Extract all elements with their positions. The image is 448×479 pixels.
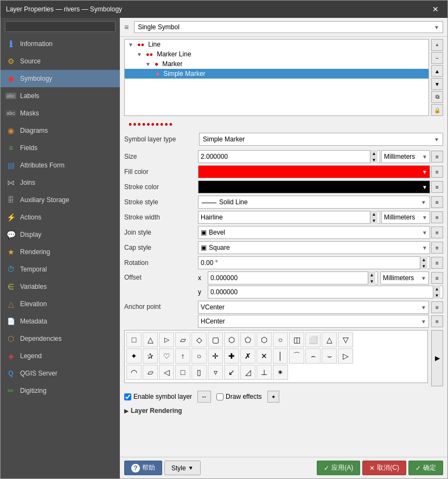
style-button[interactable]: Style ▼ [164, 461, 201, 475]
shape-circle[interactable]: ○ [273, 332, 288, 347]
shape-star4[interactable]: ✦ [126, 348, 142, 364]
stroke-width-down[interactable]: ▼ [370, 217, 377, 224]
shape-semicircle[interactable]: ◠ [126, 365, 142, 380]
stroke-width-spinbox[interactable]: Hairline ▲ ▼ [198, 211, 380, 224]
shape-plus1[interactable]: ✛ [208, 348, 223, 364]
join-style-select[interactable]: ▣ Bevel ▼ [198, 226, 430, 239]
fill-color-data-define-btn[interactable]: ≡ [431, 166, 443, 178]
shape-line[interactable]: │ [273, 348, 288, 364]
shape-arrow-right2[interactable]: ▷ [338, 348, 353, 364]
tree-lock-button[interactable]: 🔒 [431, 104, 443, 116]
shape-arc2[interactable]: ⌢ [305, 348, 321, 364]
sidebar-item-legend[interactable]: ◈ Legend [1, 347, 120, 365]
sidebar-item-information[interactable]: ℹ Information [1, 35, 120, 53]
sidebar-item-variables[interactable]: ∈ Variables [1, 278, 120, 295]
shape-triangle[interactable]: △ [143, 332, 158, 347]
offset-x-data-define-btn[interactable]: ≡ [431, 272, 443, 284]
shape-rect2[interactable]: ▯ [191, 365, 207, 380]
sidebar-item-joins[interactable]: ⋈ Joins [1, 174, 120, 191]
tree-item-marker-line[interactable]: ▼ ●● Marker Line [125, 49, 428, 59]
draw-effects-input[interactable] [216, 393, 223, 400]
shape-parallelogram[interactable]: ▱ [175, 332, 190, 347]
sidebar-item-masks[interactable]: abc Masks [1, 105, 120, 122]
enable-symbol-layer-checkbox[interactable]: Enable symbol layer [124, 393, 192, 400]
stroke-style-select[interactable]: —— Solid Line ▼ [198, 196, 430, 209]
cancel-button[interactable]: ✕ 取消(C) [362, 461, 406, 475]
draw-effects-settings-btn[interactable]: ✦ [267, 391, 279, 403]
rotation-down[interactable]: ▼ [420, 263, 427, 269]
sidebar-item-labels[interactable]: abc Labels [1, 87, 120, 105]
shape-tri-down2[interactable]: ▿ [208, 365, 223, 380]
stroke-width-data-define-btn[interactable]: ≡ [431, 211, 443, 223]
tree-down-button[interactable]: ▼ [431, 78, 443, 90]
shape-asterisk[interactable]: ✴ [273, 365, 288, 380]
sidebar-item-diagrams[interactable]: ◉ Diagrams [1, 122, 120, 139]
size-unit-select[interactable]: Millimeters ▼ [381, 150, 430, 163]
shapes-more-button[interactable]: ▶ [431, 330, 443, 386]
sidebar-item-auxiliary-storage[interactable]: 🗄 Auxiliary Storage [1, 191, 120, 209]
shape-square2[interactable]: ⬜ [305, 332, 321, 347]
shape-arc1[interactable]: ⌒ [289, 348, 304, 364]
tree-copy-button[interactable]: ⧉ [431, 91, 443, 103]
shape-rounded-square[interactable]: ▢ [208, 332, 223, 347]
close-button[interactable]: ✕ [429, 4, 442, 15]
shape-arrow-up[interactable]: ↑ [175, 348, 190, 364]
offset-unit-select[interactable]: Millimeters ▼ [380, 271, 429, 284]
symbol-layer-type-select[interactable]: Simple Marker ▼ [199, 133, 443, 146]
rotation-data-define-btn[interactable]: ≡ [431, 257, 443, 269]
shape-hexagon1[interactable]: ⬡ [224, 332, 239, 347]
size-up[interactable]: ▲ [370, 150, 377, 157]
tree-item-line[interactable]: ▼ ●● Line [125, 40, 428, 49]
sidebar-item-dependencies[interactable]: ⬡ Dependencies [1, 330, 120, 347]
fill-color-swatch[interactable]: ▼ [198, 165, 430, 178]
tree-item-marker[interactable]: ▼ ● Marker [125, 59, 428, 69]
convert-button[interactable]: ↔ [197, 391, 211, 403]
shape-heart[interactable]: ♡ [159, 348, 174, 364]
shape-triangle2[interactable]: △ [322, 332, 337, 347]
sidebar-item-temporal[interactable]: ⏱ Temporal [1, 261, 120, 278]
shape-arc3[interactable]: ⌣ [322, 348, 337, 364]
sidebar-item-qgis-server[interactable]: Q QGIS Server [1, 365, 120, 382]
size-spinbox[interactable]: 2.000000 ▲ ▼ [198, 150, 380, 163]
shape-triangle-down[interactable]: ▽ [338, 332, 353, 347]
single-symbol-select[interactable]: Single Symbol ▼ [134, 21, 443, 33]
sidebar-item-source[interactable]: ⚙ Source [1, 53, 120, 70]
layer-rendering-title[interactable]: ▶ Layer Rendering [124, 407, 443, 415]
shape-hexagon2[interactable]: ⬡ [257, 332, 272, 347]
sidebar-item-elevation[interactable]: △ Elevation [1, 295, 120, 313]
rotation-spinbox[interactable]: 0.00 ° ▲ ▼ [198, 256, 430, 269]
sidebar-item-rendering[interactable]: ★ Rendering [1, 243, 120, 261]
cap-style-select[interactable]: ▣ Square ▼ [198, 241, 430, 254]
offset-y-up[interactable]: ▲ [433, 286, 440, 292]
shape-square[interactable]: □ [126, 332, 142, 347]
shape-x2[interactable]: ✕ [257, 348, 272, 364]
shape-star5[interactable]: ✰ [143, 348, 158, 364]
stroke-color-data-define-btn[interactable]: ≡ [431, 181, 443, 193]
shape-arrow-right[interactable]: ▷ [159, 332, 174, 347]
sidebar-item-digitizing[interactable]: ✏ Digitizing [1, 382, 120, 399]
enable-checkbox[interactable] [124, 393, 131, 400]
shape-diamond[interactable]: ◇ [191, 332, 207, 347]
sidebar-item-actions[interactable]: ⚡ Actions [1, 209, 120, 226]
shape-leaf[interactable]: ▱ [143, 365, 158, 380]
offset-y-down[interactable]: ▼ [433, 292, 440, 299]
shape-x1[interactable]: ✗ [240, 348, 255, 364]
size-down[interactable]: ▼ [370, 157, 377, 163]
shape-rect[interactable]: ◫ [289, 332, 304, 347]
sidebar-item-fields[interactable]: ≡ Fields [1, 139, 120, 157]
anchor-vcenter-data-define-btn[interactable]: ≡ [431, 301, 443, 313]
stroke-width-unit-select[interactable]: Millimeters ▼ [381, 211, 430, 224]
tree-remove-button[interactable]: − [431, 52, 443, 64]
offset-x-down[interactable]: ▼ [368, 278, 375, 284]
stroke-style-data-define-btn[interactable]: ≡ [431, 196, 443, 208]
tree-item-simple-marker[interactable]: ● Simple Marker [125, 69, 428, 79]
shape-square3[interactable]: □ [175, 365, 190, 380]
vcenter-select[interactable]: VCenter ▼ [198, 301, 429, 314]
help-button[interactable]: ? 帮助 [124, 461, 162, 475]
sidebar-item-attributes-form[interactable]: ▤ Attributes Form [1, 157, 120, 174]
tree-add-button[interactable]: + [431, 39, 443, 51]
offset-x-spinbox[interactable]: 0.000000 ▲ ▼ [208, 271, 378, 284]
draw-effects-checkbox[interactable]: Draw effects [216, 393, 261, 400]
ok-button[interactable]: ✓ 确定 [408, 461, 443, 475]
tree-up-button[interactable]: ▲ [431, 65, 443, 77]
